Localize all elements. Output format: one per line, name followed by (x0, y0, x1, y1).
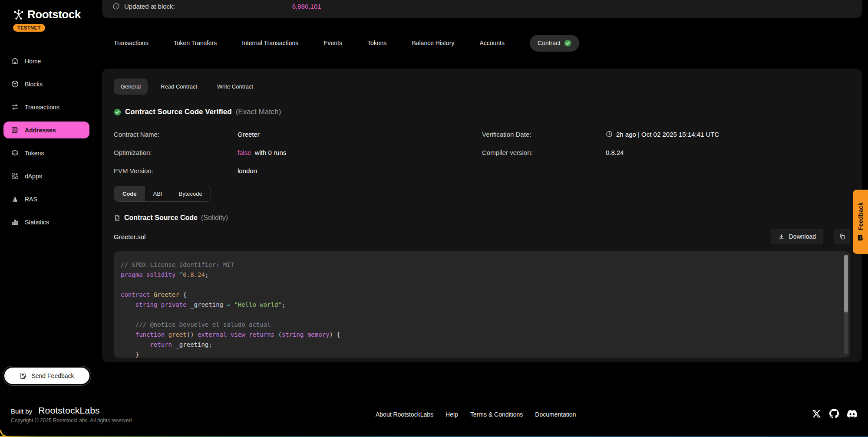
code-line: return _greeting; (121, 340, 837, 350)
home-icon (10, 57, 19, 65)
check-circle-icon (564, 39, 571, 47)
code-scrollbar[interactable] (844, 255, 848, 354)
tab-events[interactable]: Events (323, 39, 342, 46)
subtab-read-contract[interactable]: Read Contract (154, 79, 204, 95)
details-right-column: Verification Date:2h ago | Oct 02 2025 1… (482, 125, 850, 180)
block-status-bar: Updated at block: 6,886,101 (102, 0, 862, 18)
tab-token-transfers[interactable]: Token Transfers (174, 39, 217, 46)
brand-name: Rootstock (27, 8, 81, 21)
code-view-toggle: CodeABIBytecode (114, 186, 211, 202)
detail-value-part: 0.8.24 (606, 149, 624, 156)
footer-link-help[interactable]: Help (446, 411, 458, 418)
detail-label: Optimization: (114, 149, 238, 156)
tab-contract[interactable]: Contract (530, 35, 579, 52)
built-by-label: Built by (11, 407, 32, 415)
sidebar-item-addresses[interactable]: Addresses (3, 122, 89, 138)
detail-value-part: with 0 runs (255, 149, 287, 156)
sidebar-item-label: Statistics (25, 219, 49, 226)
sidebar-item-transactions[interactable]: Transactions (3, 99, 89, 115)
feedback-side-tab[interactable]: Feedback (853, 190, 868, 254)
footer-link-terms-conditions[interactable]: Terms & Conditions (470, 411, 523, 418)
github-icon[interactable] (829, 409, 839, 420)
footer-links: About RootstockLabsHelpTerms & Condition… (376, 411, 576, 418)
sidebar-item-label: RAS (25, 196, 37, 203)
updated-at-block-label: Updated at block: (124, 3, 175, 10)
code-line: /// @notice Devuelve el saludo actual (121, 320, 837, 330)
tab-balance-history[interactable]: Balance History (412, 39, 454, 46)
detail-label: Verification Date: (482, 131, 606, 138)
tab-label: Events (323, 39, 342, 46)
detail-row-optimization: Optimization:false with 0 runs (114, 143, 482, 161)
footer-brand-block: Built by RootstockLabs Copyright © 2025 … (11, 405, 133, 424)
testnet-badge: TESTNET (13, 24, 45, 32)
subtab-general[interactable]: General (114, 79, 148, 95)
code-line: // SPDX-License-Identifier: MIT (121, 260, 837, 270)
clock-icon (606, 131, 613, 138)
download-label: Download (789, 233, 816, 240)
addresses-icon (10, 126, 19, 134)
detail-row-contract-name: Contract Name:Greeter (114, 125, 482, 143)
statistics-icon (10, 218, 19, 226)
footer-link-documentation[interactable]: Documentation (535, 411, 576, 418)
sidebar-item-ras[interactable]: RAS (3, 191, 89, 207)
source-code-block: // SPDX-License-Identifier: MITpragma so… (114, 251, 850, 358)
tab-label: Tokens (367, 39, 386, 46)
send-feedback-label: Send Feedback (31, 372, 74, 379)
sidebar-item-tokens[interactable]: Tokens (3, 145, 89, 161)
subtab-write-contract[interactable]: Write Contract (210, 79, 260, 95)
tab-label: Transactions (114, 39, 149, 46)
code-line: pragma solidity ^0.8.24; (121, 270, 837, 280)
download-button[interactable]: Download (771, 229, 823, 244)
discord-icon[interactable] (847, 409, 857, 421)
edit-note-icon (20, 372, 27, 380)
tab-transactions[interactable]: Transactions (114, 39, 149, 46)
sidebar-item-label: Tokens (25, 150, 44, 157)
rootstocklabs-logo[interactable]: RootstockLabs (38, 405, 100, 416)
toggle-code[interactable]: Code (114, 186, 145, 201)
detail-value: 2h ago | Oct 02 2025 15:14:41 UTC (606, 131, 719, 138)
x-icon[interactable] (812, 409, 821, 420)
copyright-text: Copyright © 2025 RootstockLabs. All righ… (11, 417, 133, 424)
toggle-bytecode[interactable]: Bytecode (170, 186, 210, 201)
sidebar-item-label: Home (25, 58, 41, 65)
source-code-title: Contract Source Code (124, 214, 198, 222)
footer-link-about-rootstocklabs[interactable]: About RootstockLabs (376, 411, 433, 418)
sidebar-nav: HomeBlocksTransactionsAddressesTokensdAp… (3, 53, 89, 230)
code-line (121, 280, 837, 290)
detail-value-part: 2h ago | Oct 02 2025 15:14:41 UTC (616, 131, 719, 138)
tab-tokens[interactable]: Tokens (367, 39, 386, 46)
tab-label: Token Transfers (174, 39, 217, 46)
sidebar-item-label: Blocks (25, 81, 43, 88)
feedback-icon (857, 234, 864, 241)
sidebar-item-statistics[interactable]: Statistics (3, 214, 89, 230)
sidebar-item-home[interactable]: Home (3, 53, 89, 69)
detail-value-part: Greeter (238, 131, 260, 138)
tab-accounts[interactable]: Accounts (479, 39, 505, 46)
tab-label: Internal Transactions (242, 39, 298, 46)
copy-source-button[interactable] (835, 229, 850, 244)
block-number[interactable]: 6,886,101 (292, 3, 321, 10)
sidebar-item-label: Addresses (25, 127, 56, 134)
contract-panel: GeneralRead ContractWrite Contract Contr… (102, 69, 862, 362)
detail-label: Contract Name: (114, 131, 238, 138)
sidebar-item-dapps[interactable]: dApps (3, 168, 89, 184)
detail-row-evm-version: EVM Version:london (114, 161, 482, 180)
sidebar-item-blocks[interactable]: Blocks (3, 76, 89, 92)
file-row: Greeter.sol Download (114, 229, 850, 244)
code-line: string private _greeting = "Hello world"… (121, 300, 837, 310)
detail-value: Greeter (238, 131, 260, 138)
detail-label: EVM Version: (114, 167, 238, 174)
file-name: Greeter.sol (114, 233, 145, 240)
address-tabs: TransactionsToken TransfersInternal Tran… (102, 34, 862, 52)
detail-value-part: false (238, 149, 251, 156)
contract-subtabs: GeneralRead ContractWrite Contract (114, 79, 850, 95)
blocks-icon (10, 80, 19, 88)
sidebar-item-label: Transactions (25, 104, 59, 111)
transactions-icon (10, 103, 19, 111)
toggle-abi[interactable]: ABI (145, 186, 171, 201)
detail-value: 0.8.24 (606, 149, 624, 156)
send-feedback-button[interactable]: Send Feedback (4, 368, 89, 384)
brand-logo[interactable]: Rootstock (3, 8, 89, 21)
tab-internal-transactions[interactable]: Internal Transactions (242, 39, 298, 46)
code-scrollbar-thumb[interactable] (844, 255, 848, 312)
